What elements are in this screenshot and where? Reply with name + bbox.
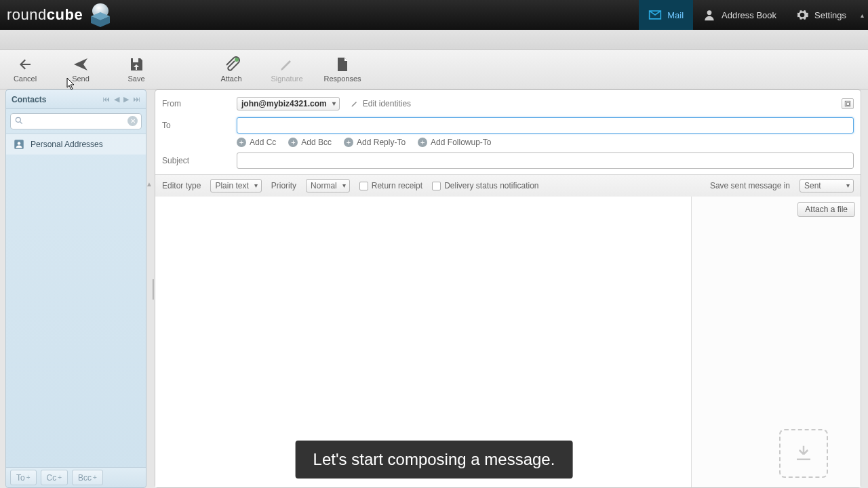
sidebar-search-input[interactable] bbox=[10, 113, 142, 129]
edit-identities-label: Edit identities bbox=[363, 99, 411, 108]
dsn-checkbox[interactable]: Delivery status notification bbox=[432, 181, 538, 190]
responses-label: Responses bbox=[323, 75, 361, 83]
signature-label: Signature bbox=[271, 75, 302, 83]
app-name: roundcube bbox=[7, 6, 83, 24]
from-select[interactable]: john@mybiz4321.com bbox=[237, 97, 340, 110]
cube-icon bbox=[87, 1, 114, 28]
svg-point-1 bbox=[707, 10, 712, 15]
pager-next-icon[interactable]: ▶ bbox=[123, 95, 129, 104]
plus-icon: + bbox=[344, 138, 353, 147]
nav-caret-icon[interactable]: ▴ bbox=[856, 0, 868, 30]
insert-to-button[interactable]: To+ bbox=[10, 470, 37, 485]
popout-icon bbox=[844, 100, 851, 107]
compose-panel: From john@mybiz4321.com Edit identities … bbox=[155, 89, 861, 488]
app-logo: roundcube bbox=[0, 1, 114, 28]
compose-options-row: ▲ Editor type Plain text Priority Normal… bbox=[155, 174, 861, 197]
save-in-label: Save sent message in bbox=[710, 181, 790, 190]
save-in-select[interactable]: Sent bbox=[800, 179, 854, 192]
svg-rect-7 bbox=[846, 102, 849, 105]
nav-address-book-label: Address Book bbox=[722, 10, 776, 20]
toolbar: Cancel Send Save Attach Signature Respon… bbox=[0, 50, 868, 89]
to-row: To bbox=[162, 116, 854, 135]
sidebar-search-row: ✕ bbox=[6, 109, 146, 134]
popout-button[interactable] bbox=[842, 98, 854, 109]
address-book-item-label: Personal Addresses bbox=[31, 140, 103, 149]
attach-button[interactable]: Attach bbox=[213, 56, 250, 83]
person-icon bbox=[703, 8, 716, 22]
nav-mail[interactable]: Mail bbox=[639, 0, 693, 30]
editor-type-label: Editor type bbox=[162, 181, 201, 190]
save-label: Save bbox=[127, 75, 144, 83]
checkbox-icon bbox=[359, 182, 368, 190]
top-bar: roundcube Mail Address Book Settings ▴ bbox=[0, 0, 868, 30]
return-receipt-checkbox[interactable]: Return receipt bbox=[359, 181, 422, 190]
attach-label: Attach bbox=[220, 75, 241, 83]
nav-settings[interactable]: Settings bbox=[786, 0, 856, 30]
checkbox-icon bbox=[432, 182, 441, 190]
pencil-small-icon bbox=[351, 100, 359, 108]
collapse-options-icon[interactable]: ▲ bbox=[146, 180, 153, 188]
tutorial-caption: Let's start composing a message. bbox=[296, 441, 573, 479]
plus-icon: + bbox=[288, 138, 298, 147]
add-bcc-link[interactable]: +Add Bcc bbox=[288, 138, 332, 147]
pencil-icon bbox=[277, 56, 296, 73]
subject-input[interactable] bbox=[237, 152, 854, 169]
priority-label: Priority bbox=[271, 181, 296, 190]
edit-identities-link[interactable]: Edit identities bbox=[351, 99, 411, 108]
paperclip-icon bbox=[222, 56, 241, 73]
cancel-label: Cancel bbox=[14, 75, 37, 83]
priority-select[interactable]: Normal bbox=[306, 179, 350, 192]
pager-last-icon[interactable]: ⏭ bbox=[133, 95, 140, 104]
add-recipients-row: +Add Cc +Add Bcc +Add Reply-To +Add Foll… bbox=[162, 138, 854, 147]
attachments-pane: Attach a file bbox=[691, 197, 861, 487]
sidebar-footer: To+ Cc+ Bcc+ bbox=[6, 467, 146, 487]
send-label: Send bbox=[72, 75, 90, 83]
to-label: To bbox=[162, 121, 230, 130]
sidebar-header: Contacts ⏮ ◀ ▶ ⏭ bbox=[6, 90, 146, 109]
main-area: Contacts ⏮ ◀ ▶ ⏭ ✕ Personal Addresses To… bbox=[0, 89, 868, 488]
signature-button[interactable]: Signature bbox=[269, 56, 305, 83]
nav-mail-label: Mail bbox=[667, 10, 684, 20]
attachment-dropzone[interactable] bbox=[779, 429, 828, 478]
send-button[interactable]: Send bbox=[62, 56, 99, 83]
search-icon bbox=[14, 116, 24, 125]
responses-button[interactable]: Responses bbox=[324, 56, 361, 83]
plus-icon: + bbox=[418, 138, 427, 147]
add-reply-to-link[interactable]: +Add Reply-To bbox=[344, 138, 406, 147]
svg-point-5 bbox=[18, 142, 21, 145]
editor-type-select[interactable]: Plain text bbox=[210, 179, 261, 192]
add-followup-to-link[interactable]: +Add Followup-To bbox=[418, 138, 491, 147]
addressbook-icon bbox=[13, 138, 25, 150]
top-nav: Mail Address Book Settings ▴ bbox=[639, 0, 868, 30]
document-icon bbox=[333, 56, 352, 73]
from-label: From bbox=[162, 99, 230, 108]
save-icon bbox=[127, 56, 146, 73]
attach-file-button[interactable]: Attach a file bbox=[797, 202, 855, 217]
compose-headers: From john@mybiz4321.com Edit identities … bbox=[155, 90, 861, 174]
mail-icon bbox=[648, 8, 662, 22]
address-book-item[interactable]: Personal Addresses bbox=[6, 134, 146, 155]
pager-first-icon[interactable]: ⏮ bbox=[102, 95, 110, 104]
grey-band bbox=[0, 30, 868, 50]
send-icon bbox=[71, 56, 90, 73]
back-arrow-icon bbox=[16, 56, 35, 73]
svg-point-3 bbox=[16, 117, 20, 122]
search-clear-icon[interactable]: ✕ bbox=[127, 116, 138, 126]
nav-settings-label: Settings bbox=[814, 10, 846, 20]
to-input[interactable] bbox=[237, 117, 854, 134]
insert-cc-button[interactable]: Cc+ bbox=[41, 470, 68, 485]
insert-bcc-button[interactable]: Bcc+ bbox=[72, 470, 103, 485]
sidebar-title: Contacts bbox=[12, 95, 102, 104]
subject-row: Subject bbox=[162, 151, 854, 170]
cancel-button[interactable]: Cancel bbox=[7, 56, 43, 83]
from-row: From john@mybiz4321.com Edit identities bbox=[162, 94, 854, 113]
sidebar-pager: ⏮ ◀ ▶ ⏭ bbox=[102, 95, 140, 104]
add-cc-link[interactable]: +Add Cc bbox=[237, 138, 276, 147]
svg-point-2 bbox=[235, 58, 239, 62]
subject-label: Subject bbox=[162, 156, 230, 165]
download-arrow-icon bbox=[793, 443, 814, 464]
pager-prev-icon[interactable]: ◀ bbox=[114, 95, 119, 104]
address-list: Personal Addresses bbox=[6, 134, 146, 467]
save-button[interactable]: Save bbox=[118, 56, 155, 83]
nav-address-book[interactable]: Address Book bbox=[693, 0, 786, 30]
